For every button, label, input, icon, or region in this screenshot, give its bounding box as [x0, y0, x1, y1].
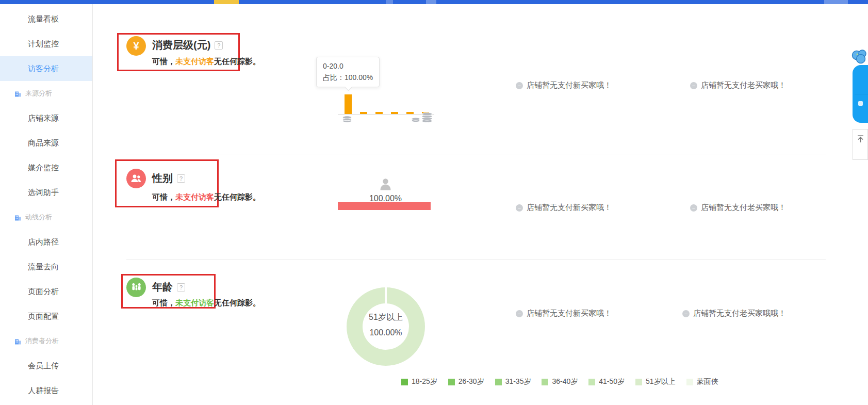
sidebar-item[interactable]: 店铺来源	[0, 106, 92, 131]
person-icon	[379, 177, 392, 195]
sidebar-item[interactable]: 页面配置	[0, 304, 92, 329]
legend-swatch	[448, 379, 455, 385]
help-icon[interactable]: ?	[177, 174, 185, 183]
note-highlight: 未支付访客	[175, 298, 214, 307]
sidebar-item-label: 商品来源	[28, 138, 59, 148]
sidebar-item-label: 会员上传	[28, 361, 59, 371]
sidebar-item[interactable]: 选词助手	[0, 180, 92, 205]
legend-item[interactable]: 蒙面侠	[686, 377, 718, 386]
panel-divider	[855, 94, 868, 94]
sidebar-item-label: 店内路径	[28, 237, 59, 247]
age-note: 可惜，未支付访客无任何踪影。	[152, 298, 260, 308]
sidebar-item-label: 媒介监控	[28, 163, 59, 173]
minus-icon: −	[516, 82, 523, 89]
legend-label: 31-35岁	[505, 377, 531, 386]
sidebar-item[interactable]: 商品来源	[0, 131, 92, 155]
legend-swatch	[588, 379, 595, 385]
sidebar-item[interactable]: 店内路径	[0, 230, 92, 254]
coins-icon	[341, 116, 353, 125]
no-old-buyers-message: − 店铺暂无支付老买家哦哦！	[682, 309, 786, 318]
sidebar-item-label: 人群报告	[28, 386, 59, 396]
note-suffix: 无任何踪影。	[214, 192, 260, 201]
gender-title: 性别 ?	[152, 171, 185, 185]
legend-item[interactable]: 36-40岁	[542, 377, 578, 386]
gender-bar[interactable]	[338, 202, 431, 210]
sidebar-item[interactable]: 会员上传	[0, 353, 92, 378]
help-icon[interactable]: ?	[177, 283, 185, 291]
note-prefix: 可惜，	[152, 57, 175, 66]
age-title-text: 年龄	[152, 280, 173, 294]
feedback-panel[interactable]	[853, 65, 868, 123]
sidebar-item[interactable]: 页面分析	[0, 279, 92, 304]
donut-value: 100.00%	[347, 329, 424, 337]
legend-label: 蒙面侠	[697, 377, 718, 386]
minus-icon: −	[690, 82, 697, 89]
note-prefix: 可惜，	[152, 298, 175, 307]
chart-tooltip: 0-20.0 占比：100.00%	[316, 57, 380, 87]
legend-item[interactable]: 51岁以上	[635, 377, 676, 386]
sidebar-item-label: 页面配置	[28, 312, 59, 321]
no-old-buyers-message: − 店铺暂无支付老买家哦！	[690, 80, 786, 90]
message-text: 店铺暂无支付老买家哦！	[701, 80, 786, 90]
consumption-note: 可惜，未支付访客无任何踪影。	[152, 57, 260, 67]
section-divider	[126, 154, 826, 154]
back-to-top-icon	[856, 135, 865, 159]
note-highlight: 未支付访客	[175, 192, 214, 201]
tooltip-value: 占比：100.00%	[323, 72, 373, 84]
minus-icon: −	[682, 310, 690, 317]
back-to-top-button[interactable]	[853, 129, 868, 160]
no-new-buyers-message: − 店铺暂无支付新买家哦！	[516, 309, 612, 318]
message-text: 店铺暂无支付新买家哦！	[527, 80, 612, 90]
minus-icon: −	[516, 204, 523, 212]
minus-icon: −	[516, 310, 523, 317]
topbar-highlight	[824, 0, 848, 4]
sidebar-item-label: 店铺来源	[28, 114, 59, 123]
sidebar-item-label: 来源分析	[25, 89, 52, 98]
sidebar-menu: 流量看板计划监控访客分析来源分析店铺来源商品来源媒介监控选词助手动线分析店内路径…	[0, 4, 92, 403]
topbar-highlight	[426, 0, 436, 4]
sidebar-item-label: 流量去向	[28, 262, 59, 272]
family-icon	[126, 278, 146, 297]
message-text: 店铺暂无支付老买家哦！	[701, 203, 786, 213]
donut-category: 51岁以上	[347, 313, 424, 321]
coins-stack-icon	[411, 108, 433, 125]
legend-item[interactable]: 18-25岁	[401, 377, 437, 386]
gender-note: 可惜，未支付访客无任何踪影。	[152, 192, 260, 202]
donut-center-label: 51岁以上 100.00%	[347, 313, 424, 337]
tooltip-category: 0-20.0	[323, 61, 373, 72]
minus-icon: −	[690, 204, 697, 212]
mascot-icon[interactable]	[849, 48, 868, 67]
legend-swatch	[635, 379, 642, 385]
sidebar-section: 动线分析	[0, 205, 92, 230]
age-title: 年龄 ?	[152, 280, 185, 294]
panel-glyph	[858, 101, 863, 106]
legend-swatch	[542, 379, 548, 385]
message-text: 店铺暂无支付老买家哦哦！	[693, 309, 786, 318]
sidebar-item-label: 流量看板	[28, 14, 59, 24]
legend-label: 18-25岁	[412, 377, 437, 386]
gender-icon	[126, 169, 146, 188]
legend-item[interactable]: 31-35岁	[495, 377, 531, 386]
consumption-title: 消费层级(元) ?	[152, 38, 223, 52]
section-divider	[126, 259, 826, 260]
sidebar-item[interactable]: 人群报告	[0, 378, 92, 403]
donut-gap	[385, 287, 387, 304]
building-icon	[14, 338, 22, 345]
sidebar-item[interactable]: 流量看板	[0, 7, 92, 31]
sidebar-item[interactable]: 流量去向	[0, 254, 92, 279]
gender-title-text: 性别	[152, 171, 173, 185]
note-suffix: 无任何踪影。	[214, 298, 260, 307]
sidebar-item[interactable]: 访客分析	[0, 56, 92, 81]
legend-item[interactable]: 26-30岁	[448, 377, 484, 386]
legend-item[interactable]: 41-50岁	[588, 377, 625, 386]
sidebar-item[interactable]: 计划监控	[0, 31, 92, 56]
bar[interactable]	[345, 94, 352, 114]
message-text: 店铺暂无支付新买家哦！	[527, 203, 612, 213]
topbar-highlight	[386, 0, 393, 4]
help-icon[interactable]: ?	[215, 41, 223, 50]
topbar-accent	[214, 0, 239, 4]
sidebar-item-label: 访客分析	[28, 64, 59, 74]
sidebar-item[interactable]: 媒介监控	[0, 155, 92, 180]
legend-swatch	[401, 379, 408, 385]
legend-label: 26-30岁	[458, 377, 484, 386]
